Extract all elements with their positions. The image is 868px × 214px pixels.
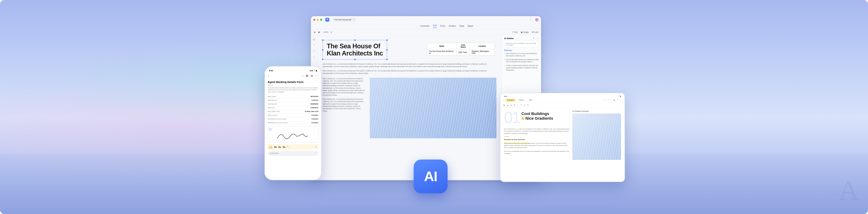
pen-icon[interactable]: ✎ (287, 146, 288, 148)
phone-greeting: Dear Sir, (267, 84, 319, 86)
body-text: Klan Architects Inc., is a mid-sized arc… (323, 63, 496, 75)
zoom-level[interactable]: 100% (323, 31, 328, 33)
thumbnails-icon[interactable]: ▥ (313, 38, 315, 41)
menu-comment[interactable]: Comment (420, 25, 430, 27)
info-table: Name Area Space Location The Sea House K… (427, 43, 495, 56)
ai-bullet-1: Klan Architects Inc. is a mid-sized arch… (504, 52, 539, 57)
zoom-chevron-icon[interactable]: ▾ (331, 31, 332, 33)
form-value: CANADA (311, 114, 318, 116)
more-icon[interactable]: ⋯ (620, 99, 622, 101)
ai-bullet-3: It relies on photovoltaic panels for ele… (504, 64, 539, 71)
sidebar-expand-icon[interactable]: ⤢ (533, 37, 534, 39)
tablet-date: November 2th 2018, Vancouver (504, 139, 569, 141)
comment-placeholder: Comment (270, 152, 278, 154)
signature-ink (276, 130, 309, 141)
highlighter-icon[interactable]: ▬ (507, 104, 509, 106)
ai-sidebar-header: AI Sidebar ⤢ – × (504, 37, 539, 39)
ai-prompt-box[interactable]: Hello! I'm your AI assistant. How can I … (504, 41, 539, 48)
tool-image[interactable]: ▣Image (521, 31, 529, 33)
th-area: Area Space (457, 43, 470, 49)
menu-tools[interactable]: Tools (459, 25, 464, 27)
form-label: Bank City (268, 107, 275, 109)
bookmark-icon[interactable]: ▤ (311, 74, 313, 77)
tablet-body-3: Our work is conceptually driven by socia… (504, 150, 569, 155)
sidebar-toggle-icon[interactable]: ▤ (314, 31, 315, 33)
form-value: NETBANK (311, 96, 318, 97)
search-icon[interactable]: ⌕ (313, 55, 315, 58)
add-icon[interactable]: ＋ (315, 146, 317, 148)
menu-edit[interactable]: Edit (433, 24, 437, 28)
search-icon[interactable]: ⌕ (302, 74, 303, 77)
share-icon[interactable]: ⇪ (617, 99, 618, 101)
menu-protect[interactable]: Protect (449, 25, 456, 27)
window-titlebar: P The Sea House.pdf × ♡ (311, 16, 541, 23)
chevron-up-icon[interactable]: ⌃ (315, 152, 316, 154)
grid-icon[interactable]: ▦ (306, 74, 308, 77)
tool-text[interactable]: TText (512, 31, 518, 33)
phone-device: 9:41 ●●● ⌃ ▮ ‹ ⌕ ▦ ▤ ⋯ Agent Banking Det… (265, 66, 321, 180)
tablet-toolbar-2: ▥ ▬ U̲ S̶ 〰 T ▭ ✎ (502, 103, 622, 108)
phone-title: Agent Banking Details Form (268, 80, 318, 83)
form-row: Bank NameNETBANK (267, 95, 319, 99)
form-label: Bank Swift Code (268, 111, 280, 112)
bell-icon[interactable]: ♡ (529, 18, 532, 22)
font-style-4[interactable]: Aa (283, 146, 285, 148)
avatar[interactable] (535, 18, 538, 22)
tablet-left-col: 01 Cool Buildings & Nice Gradients Klan … (504, 110, 569, 160)
tab-pencil[interactable]: Pencil (517, 99, 526, 102)
building-image (370, 78, 496, 138)
bookmarks-icon[interactable]: ☆ (313, 43, 315, 46)
font-style-1[interactable]: Aa (269, 145, 272, 148)
undo-icon[interactable]: ↶ (604, 99, 606, 101)
format-bar: Aa Aa Aa Aa ✎ ＋ (267, 144, 319, 150)
form-label: Bank Branch (268, 103, 277, 105)
tablet-right-col: To Creative Concepts (572, 110, 621, 160)
toolbar: ▤ ▦ 100% ▾ TText ▣Image ⌘Link (311, 29, 541, 35)
sidebar-close-icon[interactable]: × (538, 37, 539, 39)
more-icon[interactable]: ⋯ (315, 74, 318, 77)
note-icon[interactable]: ▭ (524, 104, 525, 106)
selected-text-box[interactable]: The Sea House Of Klan Architects Inc (323, 40, 387, 59)
comment-input[interactable]: Comment ⌄ ⌃ (267, 151, 319, 156)
tab-highlight[interactable]: Highlight (505, 99, 516, 102)
thumbnails-icon[interactable]: ▥ (503, 104, 505, 106)
para-2: Klan Architects Inc., is a mid-sized arc… (323, 70, 496, 75)
pen-icon[interactable]: ✎ (527, 104, 529, 106)
headline-line2: Klan Architects Inc (327, 50, 383, 57)
td-name: The Sea House Klan Architects Inc (427, 49, 457, 56)
maximize-dot[interactable] (320, 19, 322, 21)
wavy-icon[interactable]: 〰 (517, 104, 519, 106)
ai-section-title: Summary (504, 49, 539, 51)
tab-text[interactable]: Text (527, 99, 534, 102)
sidebar-min-icon[interactable]: – (535, 37, 537, 39)
font-style-3[interactable]: Aa (278, 146, 281, 148)
text-tool-icon[interactable]: T (521, 104, 522, 106)
signature-box[interactable]: ✓ (267, 127, 319, 142)
back-icon[interactable]: ‹ (268, 74, 269, 77)
form-value: CANADA (311, 118, 318, 120)
redo-icon[interactable]: ↷ (607, 99, 609, 101)
document-tab[interactable]: The Sea House.pdf × (333, 18, 356, 22)
grid-icon[interactable]: ▦ (613, 99, 615, 101)
tablet-device: ●●● ⌃ ▮ ‹ Highlight Pencil Text ↶ ↷ ⌕ ▦ … (500, 93, 625, 182)
form-label: Beneficiary Account Number (268, 122, 288, 123)
underline-icon[interactable]: U̲ (510, 104, 512, 106)
attachments-icon[interactable]: ⌗ (313, 49, 315, 52)
signature-checkbox[interactable]: ✓ (269, 128, 272, 131)
tab-close-icon[interactable]: × (354, 19, 355, 20)
tablet-back-icon[interactable]: ‹ (503, 99, 504, 101)
tablet-building-image (572, 113, 621, 160)
ai-bullet-2: The exceptionally talented and experienc… (504, 59, 539, 63)
font-style-2[interactable]: Aa (274, 146, 277, 148)
tablet-time: ●●● (504, 95, 507, 97)
tool-link[interactable]: ⌘Link (532, 31, 538, 33)
close-dot[interactable] (313, 19, 315, 21)
menu-form[interactable]: Form (440, 25, 445, 27)
minimize-dot[interactable] (317, 19, 319, 21)
strike-icon[interactable]: S̶ (514, 104, 515, 106)
view-grid-icon[interactable]: ▦ (318, 31, 320, 33)
right-label: To Creative Concepts (572, 110, 621, 112)
phone-form-rows: Bank NameNETBANKBank BranchCANADABank Br… (267, 95, 319, 124)
search-icon[interactable]: ⌕ (611, 99, 612, 101)
menu-batch[interactable]: Batch (468, 25, 473, 27)
